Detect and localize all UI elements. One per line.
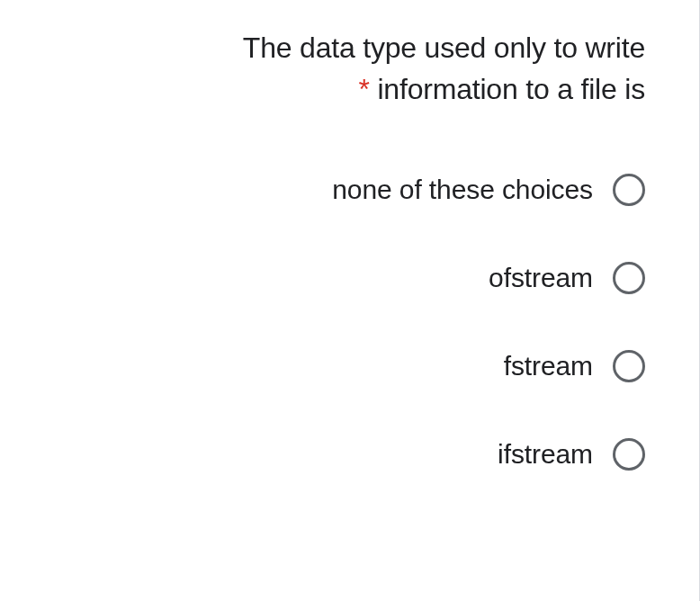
question-line-1: The data type used only to write (243, 31, 645, 64)
option-none[interactable]: none of these choices (332, 174, 645, 206)
question-card: The data type used only to write * infor… (0, 0, 700, 601)
option-fstream[interactable]: fstream (504, 350, 645, 382)
option-label: fstream (504, 351, 593, 381)
question-line-2: information to a file is (377, 73, 645, 105)
option-label: ofstream (489, 263, 593, 293)
radio-icon[interactable] (613, 438, 645, 471)
option-label: none of these choices (332, 175, 593, 205)
option-label: ifstream (498, 439, 593, 470)
options-group: none of these choices ofstream fstream i… (72, 174, 645, 471)
question-text: The data type used only to write * infor… (72, 27, 645, 111)
option-ofstream[interactable]: ofstream (489, 262, 645, 294)
radio-icon[interactable] (613, 350, 645, 382)
required-asterisk: * (358, 73, 369, 105)
radio-icon[interactable] (613, 174, 645, 206)
radio-icon[interactable] (613, 262, 645, 294)
option-ifstream[interactable]: ifstream (498, 438, 645, 471)
